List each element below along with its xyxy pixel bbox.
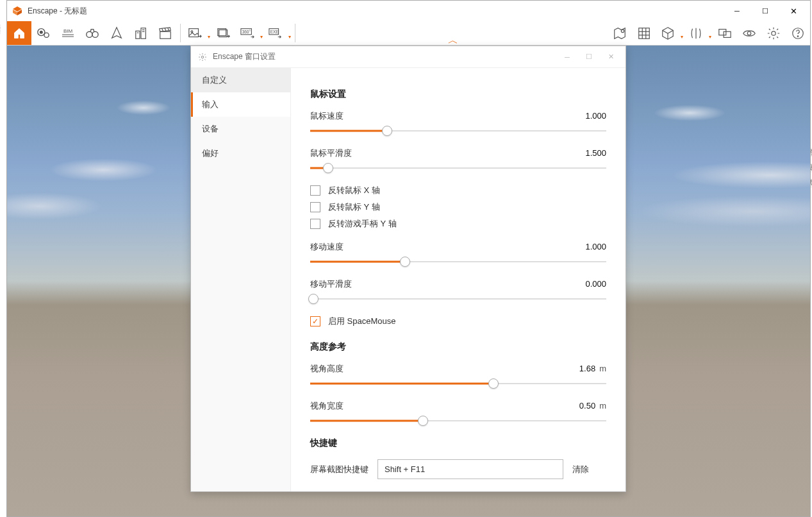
svg-rect-28 — [639, 28, 650, 38]
export-360-button[interactable]: 360° ▾ — [236, 21, 264, 45]
svg-line-17 — [165, 28, 166, 30]
move-speed-label: 移动速度 — [310, 241, 585, 253]
compare-button[interactable]: ▾ — [684, 21, 713, 45]
mouse-speed-label: 鼠标速度 — [310, 110, 585, 122]
export-batch-button[interactable] — [211, 21, 236, 45]
move-speed-slider[interactable] — [310, 257, 606, 267]
move-smooth-slider[interactable] — [310, 294, 606, 304]
svg-rect-35 — [724, 31, 731, 37]
screens-button[interactable] — [713, 21, 737, 45]
settings-button[interactable] — [761, 21, 786, 45]
hotkey-screenshot-input[interactable] — [377, 459, 563, 479]
toolbar-expand[interactable]: ︿ — [298, 21, 608, 45]
window-title: Enscape - 无标题 — [28, 6, 723, 17]
dialog-title: Enscape 窗口设置 — [213, 51, 556, 62]
mouse-smooth-slider[interactable] — [310, 163, 606, 173]
view-height-unit: m — [599, 364, 606, 373]
help-icon — [790, 26, 806, 41]
svg-rect-15 — [160, 31, 171, 38]
binoculars-button[interactable] — [80, 21, 104, 45]
main-toolbar: BIM ▾ 360° ▾ EXE ▾ ︿ — [7, 21, 810, 46]
location-button[interactable] — [31, 21, 56, 45]
minimize-button[interactable]: ─ — [723, 1, 751, 21]
invert-gamepad-y-checkbox[interactable] — [310, 219, 320, 229]
export-image-button[interactable]: ▾ — [183, 21, 211, 45]
dialog-maximize-button[interactable]: ☐ — [578, 48, 600, 66]
dialog-close-button[interactable]: ✕ — [600, 48, 622, 66]
cube-icon — [660, 26, 675, 41]
section-hotkey-heading: 快捷键 — [310, 437, 606, 449]
map-pin-button[interactable] — [608, 21, 632, 45]
chevron-down-icon: ▾ — [288, 34, 291, 40]
home-button[interactable] — [7, 21, 31, 45]
dialog-content: 鼠标设置 鼠标速度1.000 鼠标平滑度1.500 反转鼠标 X 轴 反转鼠标 … — [291, 68, 626, 491]
gear-icon — [766, 26, 781, 41]
main-titlebar: Enscape - 无标题 ─ ☐ ✕ — [7, 1, 810, 21]
spacemouse-label: 启用 SpaceMouse — [328, 316, 396, 327]
export-exe-button[interactable]: EXE ▾ — [264, 21, 292, 45]
visibility-button[interactable] — [737, 21, 761, 45]
dialog-minimize-button[interactable]: ─ — [556, 48, 578, 66]
mouse-speed-value: 1.000 — [585, 111, 606, 121]
invert-y-checkbox[interactable] — [310, 202, 320, 212]
home-icon — [12, 26, 27, 41]
gear-icon — [197, 52, 208, 62]
mouse-smooth-value: 1.500 — [585, 148, 606, 158]
export-exe-icon: EXE — [268, 26, 283, 41]
help-button[interactable] — [786, 21, 810, 45]
bim-icon: BIM — [60, 26, 76, 41]
view-width-unit: m — [599, 401, 606, 411]
view-width-slider[interactable] — [310, 416, 606, 426]
cube-button[interactable]: ▾ — [656, 21, 684, 45]
view-width-value: 0.50 — [579, 401, 595, 411]
edge-text: 标 — [0, 24, 1, 34]
move-smooth-value: 0.000 — [585, 279, 606, 289]
svg-text:360°: 360° — [242, 30, 251, 34]
movie-button[interactable] — [153, 21, 178, 45]
move-smooth-label: 移动平滑度 — [310, 278, 585, 290]
grid-button[interactable] — [632, 21, 656, 45]
compass-icon — [109, 26, 124, 41]
section-height-heading: 高度参考 — [310, 341, 606, 353]
close-button[interactable]: ✕ — [779, 1, 808, 21]
spacemouse-checkbox[interactable] — [310, 316, 320, 326]
svg-point-20 — [191, 30, 193, 32]
settings-dialog: Enscape 窗口设置 ─ ☐ ✕ 自定义 输入 设备 偏好 鼠标设置 — [190, 46, 626, 492]
chevron-down-icon: ▾ — [681, 34, 683, 40]
compare-icon — [688, 26, 704, 41]
chevron-down-icon: ▾ — [208, 34, 210, 40]
bim-button[interactable]: BIM — [56, 21, 80, 45]
chevron-down-icon: ▾ — [260, 34, 263, 40]
map-pin-icon — [612, 26, 627, 41]
sidebar-item-device[interactable]: 设备 — [191, 117, 290, 141]
maximize-button[interactable]: ☐ — [751, 1, 779, 21]
svg-point-9 — [92, 31, 98, 37]
globe-nav-button[interactable] — [104, 21, 129, 45]
view-height-slider[interactable] — [310, 378, 606, 389]
svg-line-18 — [168, 28, 169, 30]
chevron-down-icon: ▾ — [709, 34, 711, 40]
binoculars-icon — [85, 26, 100, 41]
invert-x-label: 反转鼠标 X 轴 — [328, 185, 380, 196]
svg-point-39 — [797, 35, 798, 36]
invert-gamepad-y-label: 反转游戏手柄 Y 轴 — [328, 218, 397, 230]
mouse-speed-slider[interactable] — [310, 126, 606, 136]
sidebar-item-preference[interactable]: 偏好 — [191, 141, 290, 165]
sidebar-item-customize[interactable]: 自定义 — [191, 68, 290, 92]
view-height-value: 1.68 — [579, 364, 595, 373]
hotkey-screenshot-label: 屏幕截图快捷键 — [310, 464, 369, 475]
svg-point-40 — [201, 56, 204, 58]
eye-icon — [742, 26, 757, 41]
app-logo-icon — [12, 6, 22, 16]
invert-y-label: 反转鼠标 Y 轴 — [328, 201, 380, 213]
buildings-icon — [133, 26, 149, 41]
svg-point-5 — [44, 33, 49, 37]
hotkey-clear-button[interactable]: 清除 — [572, 464, 589, 475]
clapperboard-icon — [158, 26, 173, 41]
viewport-3d[interactable]: Enscape 窗口设置 ─ ☐ ✕ 自定义 输入 设备 偏好 鼠标设置 — [7, 46, 810, 516]
svg-point-8 — [87, 31, 92, 37]
sidebar-item-input[interactable]: 输入 — [191, 92, 290, 117]
invert-x-checkbox[interactable] — [310, 185, 320, 196]
svg-rect-10 — [136, 31, 140, 38]
buildings-button[interactable] — [129, 21, 153, 45]
